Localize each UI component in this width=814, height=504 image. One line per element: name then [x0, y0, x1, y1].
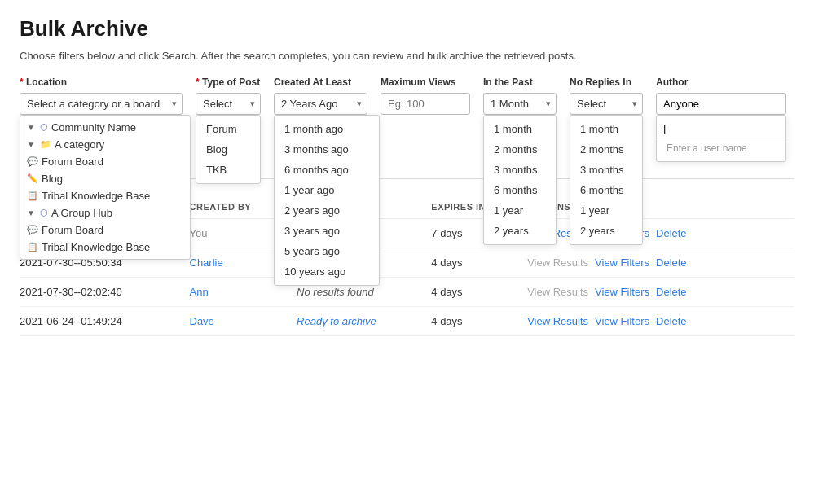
created-option-1m[interactable]: 1 month ago [275, 119, 379, 139]
type-option-tkb[interactable]: TKB [196, 160, 260, 180]
in-the-past-filter: In the Past 1 Month 1 month 2 months 3 m… [483, 77, 557, 115]
inpast-label: In the Past [483, 77, 557, 88]
created-select[interactable]: 2 Years Ago [274, 93, 367, 115]
created-option-3y[interactable]: 3 years ago [275, 221, 379, 241]
tree-forumboard1[interactable]: 💬 Forum Board [20, 153, 190, 170]
author-muted: You [190, 227, 208, 239]
cell-expires-in: 4 days [431, 307, 527, 336]
action-view-filters[interactable]: View Filters [595, 256, 649, 269]
noreplies-option-1y[interactable]: 1 year [570, 200, 642, 221]
noreplies-label: No Replies In [570, 77, 643, 88]
cell-actions: View ResultsView FiltersDelete [527, 219, 794, 248]
action-view-filters[interactable]: View Filters [595, 286, 649, 298]
noreplies-option-3m[interactable]: 3 months [570, 160, 642, 180]
created-at-least-filter: Created At Least 2 Years Ago 1 month ago… [274, 77, 367, 115]
created-option-6m[interactable]: 6 months ago [275, 160, 379, 180]
grouphub-icon: ⬡ [40, 208, 48, 218]
inpast-select-wrapper: 1 Month 1 month 2 months 3 months 6 mont… [483, 93, 557, 115]
location-select[interactable]: Select a category or a board [20, 93, 183, 115]
author-link[interactable]: Ann [190, 286, 209, 298]
author-dropdown: Enter a user name [656, 115, 786, 162]
maxviews-input[interactable] [381, 93, 470, 115]
inpast-select[interactable]: 1 Month [483, 93, 557, 115]
action-delete[interactable]: Delete [656, 227, 687, 239]
noreplies-option-2y[interactable]: 2 years [570, 221, 642, 241]
tree-grouphub[interactable]: ▼ ⬡ A Group Hub [20, 204, 190, 221]
type-of-post-filter: * Type of Post Select Forum Blog TKB [196, 77, 261, 115]
type-select[interactable]: Select [196, 93, 261, 115]
action-delete[interactable]: Delete [656, 256, 687, 269]
cell-actions: View ResultsView FiltersDelete [527, 248, 794, 278]
chevron-icon: ▼ [27, 123, 35, 132]
cell-expires-in: 4 days [431, 278, 527, 307]
page-title: Bulk Archive [20, 16, 794, 42]
cell-actions: View ResultsView FiltersDelete [527, 278, 794, 307]
action-view-results: View Results [527, 256, 588, 269]
blog-icon: ✏️ [27, 173, 38, 184]
cell-job-name: 2021-07-30--02:02:40 [20, 278, 190, 307]
cell-actions: View ResultsView FiltersDelete [527, 307, 794, 336]
created-select-wrapper: 2 Years Ago 1 month ago 3 months ago 6 m… [274, 93, 367, 115]
action-view-filters[interactable]: View Filters [595, 315, 649, 327]
table-row: 2021-07-30--02:02:40AnnNo results found4… [20, 278, 794, 307]
tkb-icon: 📋 [27, 242, 38, 252]
status-badge: No results found [297, 286, 374, 298]
table-row: 2021-06-24--01:49:24DaveReady to archive… [20, 307, 794, 336]
inpast-option-1m[interactable]: 1 month [484, 119, 556, 139]
inpast-option-6m[interactable]: 6 months [484, 180, 556, 200]
tree-acategory[interactable]: ▼ 📁 A category [20, 136, 190, 153]
type-label: * Type of Post [196, 77, 261, 88]
community-icon: ⬡ [40, 122, 48, 133]
noreplies-select[interactable]: Select [570, 93, 643, 115]
action-delete[interactable]: Delete [656, 315, 687, 327]
author-label: Author [656, 77, 786, 88]
author-link[interactable]: Dave [190, 315, 214, 327]
inpast-option-2m[interactable]: 2 months [484, 139, 556, 160]
author-filter: Author Enter a user name [656, 77, 786, 115]
maximum-views-filter: Maximum Views [381, 77, 470, 115]
created-option-1y[interactable]: 1 year ago [275, 180, 379, 200]
tree-forumboard2[interactable]: 💬 Forum Board [20, 221, 190, 239]
tree-community[interactable]: ▼ ⬡ Community Name [20, 119, 190, 136]
chevron-icon: ▼ [27, 208, 35, 217]
inpast-option-3m[interactable]: 3 months [484, 160, 556, 180]
created-option-3m[interactable]: 3 months ago [275, 139, 379, 160]
created-option-2y[interactable]: 2 years ago [275, 200, 379, 221]
tree-tkb1[interactable]: 📋 Tribal Knowledge Base [20, 187, 190, 204]
noreplies-dropdown: 1 month 2 months 3 months 6 months 1 yea… [570, 115, 643, 245]
action-delete[interactable]: Delete [656, 286, 687, 298]
action-view-results[interactable]: View Results [527, 315, 588, 327]
created-dropdown: 1 month ago 3 months ago 6 months ago 1 … [274, 115, 380, 286]
type-option-forum[interactable]: Forum [196, 119, 260, 139]
forum-icon: 💬 [27, 156, 38, 167]
location-select-wrapper: Select a category or a board ▼ ⬡ Communi… [20, 93, 183, 115]
author-search-input[interactable] [663, 122, 779, 134]
location-filter: * Location Select a category or a board … [20, 77, 183, 115]
cell-created-by[interactable]: Dave [190, 307, 297, 336]
noreplies-option-6m[interactable]: 6 months [570, 180, 642, 200]
chevron-icon: ▼ [27, 140, 35, 149]
noreplies-select-wrapper: Select 1 month 2 months 3 months 6 month… [570, 93, 643, 115]
created-option-10y[interactable]: 10 years ago [275, 261, 379, 282]
page-subtitle: Choose filters below and click Search. A… [20, 50, 794, 62]
noreplies-option-1m[interactable]: 1 month [570, 119, 642, 139]
author-main-input[interactable] [656, 93, 786, 115]
author-link[interactable]: Charlie [190, 256, 223, 269]
cell-expires-in: 4 days [431, 248, 527, 278]
type-select-wrapper: Select Forum Blog TKB [196, 93, 261, 115]
inpast-option-2y[interactable]: 2 years [484, 221, 556, 241]
inpast-option-1y[interactable]: 1 year [484, 200, 556, 221]
location-dropdown: ▼ ⬡ Community Name ▼ 📁 A category 💬 Foru… [20, 115, 191, 260]
tree-tkb2[interactable]: 📋 Tribal Knowledge Base [20, 239, 190, 256]
col-actions: ACTIONS [527, 195, 794, 219]
forum-icon: 💬 [27, 225, 38, 235]
action-view-results: View Results [527, 286, 588, 298]
cell-job-name: 2021-06-24--01:49:24 [20, 307, 190, 336]
cell-status: Ready to archive [297, 307, 431, 336]
noreplies-option-2m[interactable]: 2 months [570, 139, 642, 160]
type-option-blog[interactable]: Blog [196, 139, 260, 160]
created-option-5y[interactable]: 5 years ago [275, 241, 379, 261]
tree-blog[interactable]: ✏️ Blog [20, 170, 190, 187]
status-badge: Ready to archive [297, 315, 376, 327]
author-input-row [657, 119, 785, 138]
